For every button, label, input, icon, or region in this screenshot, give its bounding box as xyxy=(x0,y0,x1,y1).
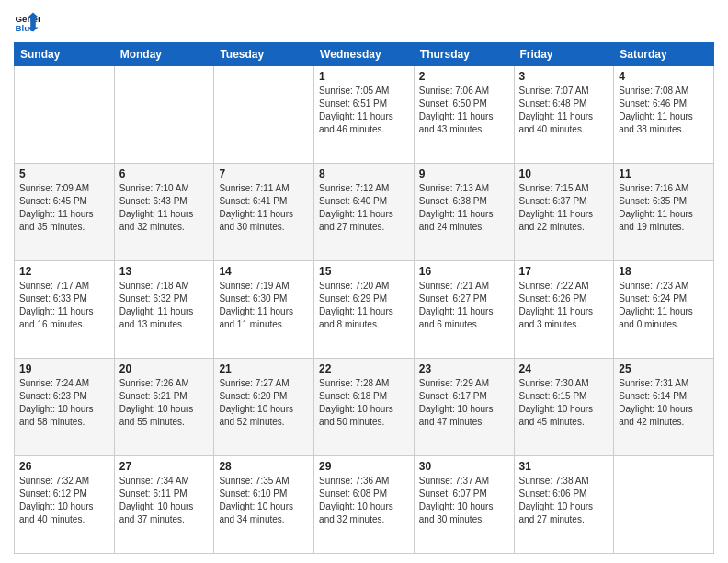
day-number: 12 xyxy=(19,265,109,278)
day-info: Sunrise: 7:17 AM xyxy=(19,280,109,293)
day-info: Sunset: 6:15 PM xyxy=(519,390,609,403)
day-info: Daylight: 10 hours and 47 minutes. xyxy=(419,403,509,429)
day-info: Daylight: 11 hours and 13 minutes. xyxy=(119,305,210,331)
day-number: 10 xyxy=(519,167,609,180)
day-number: 1 xyxy=(319,70,409,83)
calendar-cell: 20Sunrise: 7:26 AMSunset: 6:21 PMDayligh… xyxy=(114,359,214,456)
day-info: Sunset: 6:07 PM xyxy=(419,488,509,500)
day-info: Sunrise: 7:13 AM xyxy=(419,182,509,195)
day-info: Sunset: 6:41 PM xyxy=(219,195,309,208)
weekday-header-friday: Friday xyxy=(514,43,614,66)
calendar-cell: 14Sunrise: 7:19 AMSunset: 6:30 PMDayligh… xyxy=(214,261,314,359)
day-info: Daylight: 11 hours and 22 minutes. xyxy=(519,208,609,234)
day-info: Sunset: 6:24 PM xyxy=(619,293,709,305)
day-info: Daylight: 11 hours and 30 minutes. xyxy=(219,208,309,234)
calendar-table: SundayMondayTuesdayWednesdayThursdayFrid… xyxy=(14,42,714,554)
weekday-header-thursday: Thursday xyxy=(414,43,514,66)
day-info: Daylight: 11 hours and 40 minutes. xyxy=(519,110,609,136)
day-info: Sunrise: 7:28 AM xyxy=(319,377,409,390)
calendar-cell: 12Sunrise: 7:17 AMSunset: 6:33 PMDayligh… xyxy=(15,261,115,359)
day-number: 7 xyxy=(219,167,309,180)
day-info: Sunrise: 7:08 AM xyxy=(619,85,709,98)
day-info: Daylight: 11 hours and 6 minutes. xyxy=(419,305,509,331)
calendar-week-row: 12Sunrise: 7:17 AMSunset: 6:33 PMDayligh… xyxy=(15,261,714,359)
day-info: Daylight: 10 hours and 50 minutes. xyxy=(319,403,409,429)
day-info: Daylight: 11 hours and 35 minutes. xyxy=(19,208,109,234)
calendar-week-row: 19Sunrise: 7:24 AMSunset: 6:23 PMDayligh… xyxy=(15,359,714,456)
day-info: Daylight: 10 hours and 30 minutes. xyxy=(419,500,509,526)
day-info: Daylight: 11 hours and 43 minutes. xyxy=(419,110,509,136)
day-info: Sunrise: 7:12 AM xyxy=(319,182,409,195)
day-info: Daylight: 10 hours and 52 minutes. xyxy=(219,403,309,429)
calendar-cell: 21Sunrise: 7:27 AMSunset: 6:20 PMDayligh… xyxy=(214,359,314,456)
calendar-cell: 5Sunrise: 7:09 AMSunset: 6:45 PMDaylight… xyxy=(15,164,115,261)
day-info: Sunset: 6:32 PM xyxy=(119,293,210,305)
calendar-cell: 7Sunrise: 7:11 AMSunset: 6:41 PMDaylight… xyxy=(214,164,314,261)
day-info: Sunrise: 7:38 AM xyxy=(519,475,609,488)
day-info: Sunset: 6:46 PM xyxy=(619,98,709,110)
day-info: Sunset: 6:18 PM xyxy=(319,390,409,403)
day-number: 16 xyxy=(419,265,509,278)
day-number: 22 xyxy=(319,362,409,375)
day-number: 13 xyxy=(119,265,210,278)
day-info: Daylight: 11 hours and 24 minutes. xyxy=(419,208,509,234)
day-info: Sunrise: 7:32 AM xyxy=(19,475,109,488)
day-number: 11 xyxy=(619,167,709,180)
day-number: 14 xyxy=(219,265,309,278)
calendar-cell: 26Sunrise: 7:32 AMSunset: 6:12 PMDayligh… xyxy=(15,456,115,554)
weekday-header-sunday: Sunday xyxy=(15,43,115,66)
day-info: Daylight: 11 hours and 3 minutes. xyxy=(519,305,609,331)
calendar-cell: 2Sunrise: 7:06 AMSunset: 6:50 PMDaylight… xyxy=(414,66,514,164)
day-info: Daylight: 11 hours and 16 minutes. xyxy=(19,305,109,331)
day-number: 3 xyxy=(519,70,609,83)
day-info: Daylight: 11 hours and 38 minutes. xyxy=(619,110,709,136)
day-info: Sunrise: 7:15 AM xyxy=(519,182,609,195)
calendar-cell: 9Sunrise: 7:13 AMSunset: 6:38 PMDaylight… xyxy=(414,164,514,261)
day-info: Sunrise: 7:10 AM xyxy=(119,182,210,195)
day-info: Sunset: 6:11 PM xyxy=(119,488,210,500)
calendar-cell: 18Sunrise: 7:23 AMSunset: 6:24 PMDayligh… xyxy=(614,261,714,359)
day-info: Sunset: 6:50 PM xyxy=(419,98,509,110)
day-info: Daylight: 10 hours and 58 minutes. xyxy=(19,403,109,429)
calendar-cell: 15Sunrise: 7:20 AMSunset: 6:29 PMDayligh… xyxy=(314,261,415,359)
day-number: 24 xyxy=(519,362,609,375)
day-number: 28 xyxy=(219,460,309,473)
day-info: Daylight: 11 hours and 0 minutes. xyxy=(619,305,709,331)
day-info: Sunset: 6:17 PM xyxy=(419,390,509,403)
day-info: Daylight: 10 hours and 34 minutes. xyxy=(219,500,309,526)
calendar-cell: 24Sunrise: 7:30 AMSunset: 6:15 PMDayligh… xyxy=(514,359,614,456)
day-info: Sunrise: 7:37 AM xyxy=(419,475,509,488)
calendar-cell: 17Sunrise: 7:22 AMSunset: 6:26 PMDayligh… xyxy=(514,261,614,359)
day-info: Daylight: 10 hours and 42 minutes. xyxy=(619,403,709,429)
calendar-cell: 8Sunrise: 7:12 AMSunset: 6:40 PMDaylight… xyxy=(314,164,415,261)
logo-icon: General Blue xyxy=(14,9,40,35)
calendar-cell xyxy=(114,66,214,164)
day-info: Sunrise: 7:30 AM xyxy=(519,377,609,390)
day-info: Sunrise: 7:19 AM xyxy=(219,280,309,293)
day-number: 25 xyxy=(619,362,709,375)
day-info: Daylight: 11 hours and 46 minutes. xyxy=(319,110,409,136)
page-header: General Blue xyxy=(14,9,714,35)
day-info: Daylight: 11 hours and 11 minutes. xyxy=(219,305,309,331)
day-number: 17 xyxy=(519,265,609,278)
calendar-cell: 25Sunrise: 7:31 AMSunset: 6:14 PMDayligh… xyxy=(614,359,714,456)
day-info: Sunset: 6:35 PM xyxy=(619,195,709,208)
weekday-header-row: SundayMondayTuesdayWednesdayThursdayFrid… xyxy=(15,43,714,66)
day-info: Sunrise: 7:22 AM xyxy=(519,280,609,293)
day-info: Sunset: 6:08 PM xyxy=(319,488,409,500)
day-info: Sunset: 6:37 PM xyxy=(519,195,609,208)
day-info: Sunset: 6:27 PM xyxy=(419,293,509,305)
day-info: Sunrise: 7:29 AM xyxy=(419,377,509,390)
day-number: 27 xyxy=(119,460,210,473)
weekday-header-saturday: Saturday xyxy=(614,43,714,66)
day-number: 15 xyxy=(319,265,409,278)
day-info: Sunrise: 7:16 AM xyxy=(619,182,709,195)
day-info: Daylight: 11 hours and 19 minutes. xyxy=(619,208,709,234)
day-info: Sunset: 6:14 PM xyxy=(619,390,709,403)
day-info: Sunset: 6:23 PM xyxy=(19,390,109,403)
day-info: Sunrise: 7:07 AM xyxy=(519,85,609,98)
day-info: Daylight: 11 hours and 8 minutes. xyxy=(319,305,409,331)
day-info: Sunrise: 7:09 AM xyxy=(19,182,109,195)
calendar-cell: 11Sunrise: 7:16 AMSunset: 6:35 PMDayligh… xyxy=(614,164,714,261)
day-info: Sunrise: 7:21 AM xyxy=(419,280,509,293)
